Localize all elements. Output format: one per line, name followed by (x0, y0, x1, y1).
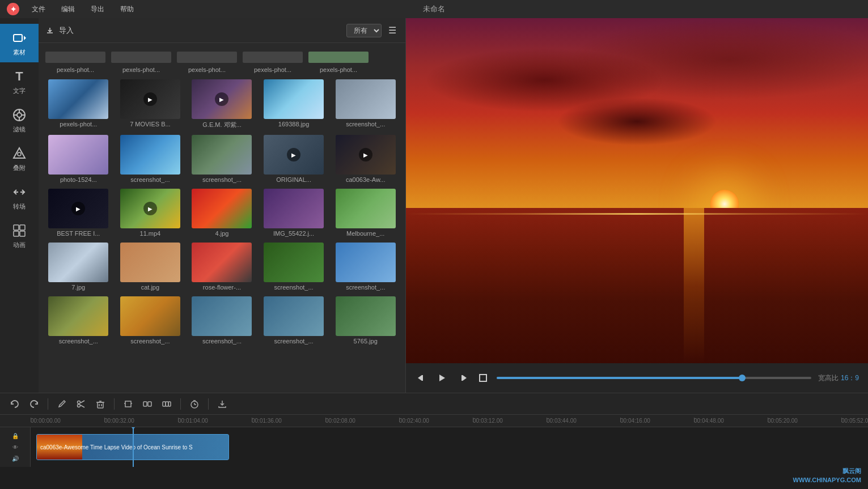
media-label-screenshot-mountain: screenshot_... (202, 176, 242, 183)
media-label-4jpg: 4.jpg (215, 230, 229, 237)
media-item-img55422[interactable]: IMG_55422.j... (261, 189, 327, 237)
menu-export[interactable]: 导出 (87, 3, 108, 15)
media-label-screenshot-plant: screenshot_... (274, 284, 314, 291)
merge-button[interactable] (159, 396, 175, 412)
menu-help[interactable]: 帮助 (117, 3, 137, 15)
preview-panel: 宽高比 16：9 (406, 18, 868, 393)
import-button[interactable]: 导入 (45, 25, 74, 36)
media-grid: pexels-phot... pexels-phot... pexels-pho… (39, 43, 405, 393)
media-thumb-screenshot-mountain (192, 135, 252, 175)
media-item-catjpg[interactable]: cat.jpg (117, 243, 184, 291)
progress-bar[interactable] (497, 377, 811, 379)
partial-thumb-4 (243, 52, 303, 63)
timer-button[interactable] (187, 396, 202, 412)
stop-button[interactable] (476, 371, 490, 385)
svg-rect-31 (125, 401, 131, 407)
media-item-rose[interactable]: rose-flower-... (189, 243, 255, 291)
split-button[interactable] (139, 396, 155, 412)
filter-select[interactable]: 所有 视频 图片 音频 (346, 24, 382, 37)
media-item-5765[interactable]: 5765.jpg (332, 296, 399, 345)
svg-marker-1 (24, 36, 26, 40)
media-label-screenshot-water: screenshot_... (202, 338, 242, 345)
fast-forward-button[interactable] (456, 371, 469, 385)
toolbar-divider-4 (208, 398, 209, 410)
media-label-screenshot-seals: screenshot_... (346, 121, 385, 127)
export-button[interactable] (214, 396, 230, 412)
media-item-bestfree[interactable]: ▶ BEST FREE I... (45, 189, 112, 237)
play-button[interactable] (435, 371, 449, 385)
media-item-screenshot-water2[interactable]: screenshot_... (261, 296, 327, 345)
media-item-screenshot-flowers[interactable]: screenshot_... (117, 296, 184, 345)
media-label-screenshot-blue: screenshot_... (346, 284, 385, 291)
sidebar-item-transition[interactable]: 转场 (0, 178, 39, 216)
list-view-button[interactable]: ☰ (386, 24, 399, 37)
track-lock-button[interactable]: 🔒 (10, 431, 20, 441)
media-item-photo1524[interactable]: photo-1524... (45, 135, 112, 183)
svg-point-9 (18, 152, 21, 156)
media-item-melbourne[interactable]: Melbourne_... (332, 189, 399, 237)
track-content: ca0063e-Awesome Time Lapse Video of Ocea… (31, 427, 868, 467)
media-item-screenshot-seals[interactable]: screenshot_... (332, 79, 399, 129)
media-thumb-bestfree: ▶ (48, 189, 108, 228)
sidebar-item-animation[interactable]: 动画 (0, 216, 39, 255)
delete-button[interactable] (92, 396, 108, 412)
media-item-screenshot-plant[interactable]: screenshot_... (261, 243, 327, 291)
media-label-screenshot-wave: screenshot_... (130, 176, 170, 183)
media-item-gem[interactable]: ▶ G.E.M. 邓紫... (189, 79, 255, 129)
undo-button[interactable] (7, 396, 23, 412)
media-label-bestfree: BEST FREE I... (57, 230, 100, 237)
media-item-ca0063[interactable]: ▶ ca0063e-Aw... (332, 135, 399, 183)
media-label-screenshot-mountain2: screenshot_... (59, 338, 98, 345)
pen-button[interactable] (54, 396, 70, 412)
ruler-time-10: 00:05:20.00 (768, 418, 841, 424)
ruler-time-0: 00:00:00.00 (31, 418, 104, 424)
cut-button[interactable] (73, 396, 89, 412)
ruler-time-2: 00:01:04.00 (178, 418, 252, 424)
rewind-button[interactable] (415, 371, 429, 385)
track-mute-button[interactable]: 🔊 (10, 453, 20, 464)
sidebar-item-text[interactable]: T 文字 (0, 62, 39, 101)
sunset-horizon (406, 213, 868, 215)
menu-edit[interactable]: 编辑 (58, 3, 78, 15)
progress-thumb (739, 375, 746, 381)
media-thumb-rose (192, 243, 252, 282)
media-item-screenshot-mountain2[interactable]: screenshot_... (45, 296, 112, 345)
media-item-screenshot-blue[interactable]: screenshot_... (332, 243, 399, 291)
media-item-screenshot-wave[interactable]: screenshot_... (117, 135, 184, 183)
media-thumb-screenshot-wave (120, 135, 180, 175)
svg-rect-21 (480, 375, 486, 381)
timeline-toolbar (0, 393, 868, 415)
ruler-time-8: 00:04:16.00 (620, 418, 694, 424)
svg-point-23 (78, 404, 81, 407)
sidebar-item-media[interactable]: 素材 (0, 24, 39, 62)
media-toolbar: 导入 所有 视频 图片 音频 ☰ (39, 18, 405, 43)
partial-thumb-2 (111, 52, 171, 63)
media-item-pexels1[interactable]: pexels-phot... (45, 79, 112, 129)
media-item-7movies[interactable]: ▶ 7 MOVIES B... (117, 79, 184, 129)
sidebar-item-overlay[interactable]: 叠附 (0, 139, 39, 178)
media-item-screenshot-mountain[interactable]: screenshot_... (189, 135, 255, 183)
media-item-screenshot-water[interactable]: screenshot_... (189, 296, 255, 345)
sidebar-item-filter[interactable]: 滤镜 (0, 101, 39, 139)
svg-marker-19 (463, 375, 467, 381)
media-item-original[interactable]: ▶ ORIGINAL... (261, 135, 327, 183)
media-item-169388[interactable]: 169388.jpg (261, 79, 327, 129)
media-thumb-catjpg (120, 243, 180, 282)
svg-point-3 (17, 113, 22, 117)
svg-rect-34 (143, 402, 147, 406)
media-label-original: ORIGINAL... (276, 176, 311, 183)
svg-marker-18 (439, 375, 445, 381)
redo-button[interactable] (26, 396, 42, 412)
media-label-photo1524: photo-1524... (60, 176, 97, 183)
animation-icon (11, 223, 27, 239)
ruler-time-3: 00:01:36.00 (252, 418, 325, 424)
menu-file[interactable]: 文件 (28, 3, 49, 15)
media-item-4jpg[interactable]: 4.jpg (189, 189, 255, 237)
media-item-7jpg[interactable]: 7.jpg (45, 243, 112, 291)
play-overlay-gem: ▶ (215, 92, 228, 106)
ruler-time-9: 00:04:48.00 (694, 418, 768, 424)
crop-button[interactable] (120, 396, 136, 412)
media-item-11mp4[interactable]: ▶ 11.mp4 (117, 189, 184, 237)
track-eye-button[interactable]: 👁 (10, 442, 20, 452)
timeline-track-area: 🔒 👁 🔊 ca0063e-Awesome Time Lapse Video o… (0, 427, 868, 467)
